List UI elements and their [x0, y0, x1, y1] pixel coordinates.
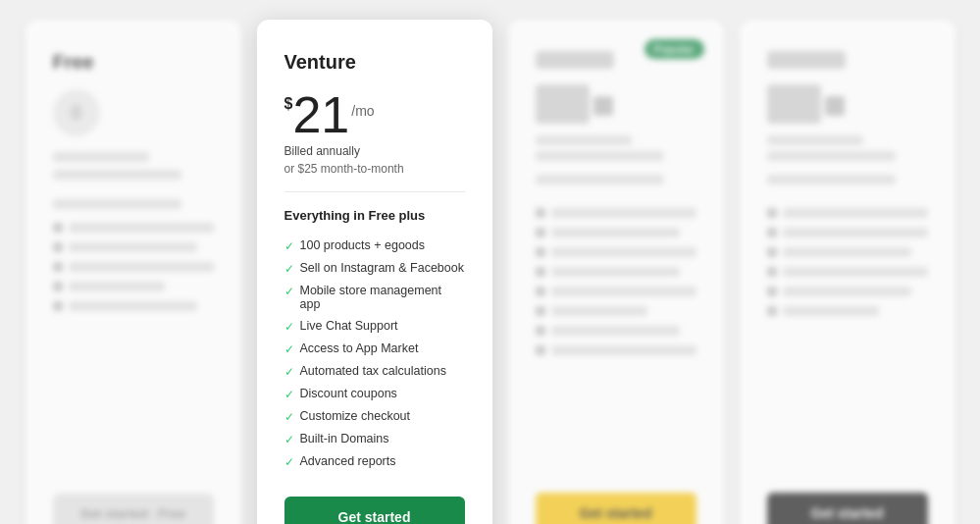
venture-billing-alt: or $25 month-to-month — [284, 162, 465, 176]
check-icon-instagram: ✓ — [284, 262, 294, 276]
feature-item-chat: ✓ Live Chat Support — [284, 315, 465, 338]
check-icon-appmarket: ✓ — [284, 342, 294, 356]
venture-divider — [284, 191, 465, 192]
feature-item-coupons: ✓ Discount coupons — [284, 383, 465, 405]
check-icon-reports: ✓ — [284, 455, 294, 469]
feature-text-tax: Automated tax calculations — [300, 364, 446, 378]
check-icon-mobile: ✓ — [284, 285, 294, 298]
pricing-container: Free 0 Get started · Free Venture $ 21 /… — [0, 0, 980, 524]
business-plan-card: Popular Get started — [508, 20, 724, 524]
business-badge: Popular — [645, 39, 704, 59]
feature-item-appmarket: ✓ Access to App Market — [284, 338, 465, 360]
feature-item-mobile: ✓ Mobile store management app — [284, 280, 465, 315]
check-icon-tax: ✓ — [284, 365, 294, 379]
venture-billing-label: Billed annually — [284, 144, 465, 158]
feature-item-domains: ✓ Built-in Domains — [284, 428, 465, 450]
check-icon-chat: ✓ — [284, 320, 294, 334]
free-cta-button[interactable]: Get started · Free — [53, 494, 214, 524]
business-plan-name-placeholder — [536, 51, 614, 69]
unlimited-plan-card: Get started — [740, 20, 955, 524]
feature-text-mobile: Mobile store management app — [300, 284, 465, 311]
free-plan-name: Free — [53, 51, 214, 74]
feature-text-domains: Built-in Domains — [300, 432, 389, 445]
venture-cta-button[interactable]: Get started — [284, 497, 465, 524]
check-icon-domains: ✓ — [284, 433, 294, 446]
feature-text-instagram: Sell on Instagram & Facebook — [300, 261, 464, 275]
unlimited-cta-button[interactable]: Get started — [767, 493, 928, 524]
feature-text-appmarket: Access to App Market — [300, 341, 419, 355]
feature-item-reports: ✓ Advanced reports — [284, 450, 465, 473]
free-features-placeholder — [53, 199, 214, 482]
feature-text-reports: Advanced reports — [300, 454, 396, 468]
check-icon-checkout: ✓ — [284, 410, 294, 424]
check-icon-products: ✓ — [284, 239, 294, 253]
feature-item-products: ✓ 100 products + egoods — [284, 235, 465, 257]
free-plan-card: Free 0 Get started · Free — [26, 20, 241, 524]
business-price-placeholder — [536, 84, 696, 124]
venture-plan-name: Venture — [284, 51, 465, 74]
business-cta-button[interactable]: Get started — [536, 493, 696, 524]
business-features-placeholder — [536, 208, 696, 481]
unlimited-price-placeholder — [767, 84, 928, 124]
venture-plan-card: Venture $ 21 /mo Billed annually or $25 … — [257, 20, 492, 524]
venture-features-list: ✓ 100 products + egoods ✓ Sell on Instag… — [284, 235, 465, 473]
feature-text-chat: Live Chat Support — [300, 319, 398, 333]
feature-item-instagram: ✓ Sell on Instagram & Facebook — [284, 257, 465, 280]
free-billing-alt-placeholder — [53, 170, 181, 180]
venture-currency-symbol: $ — [284, 95, 293, 113]
venture-price-amount: 21 — [292, 89, 349, 140]
free-billing-placeholder — [53, 152, 149, 162]
free-plan-icon: 0 — [53, 89, 100, 136]
feature-item-tax: ✓ Automated tax calculations — [284, 360, 465, 383]
feature-text-products: 100 products + egoods — [300, 238, 426, 252]
feature-item-checkout: ✓ Customize checkout — [284, 405, 465, 428]
feature-text-checkout: Customize checkout — [300, 409, 411, 423]
venture-features-header: Everything in Free plus — [284, 208, 465, 223]
venture-price-row: $ 21 /mo — [284, 89, 465, 140]
unlimited-plan-name-placeholder — [767, 51, 846, 69]
feature-text-coupons: Discount coupons — [300, 387, 397, 400]
venture-price-period: /mo — [351, 103, 374, 119]
check-icon-coupons: ✓ — [284, 388, 294, 401]
unlimited-features-placeholder — [767, 208, 928, 481]
